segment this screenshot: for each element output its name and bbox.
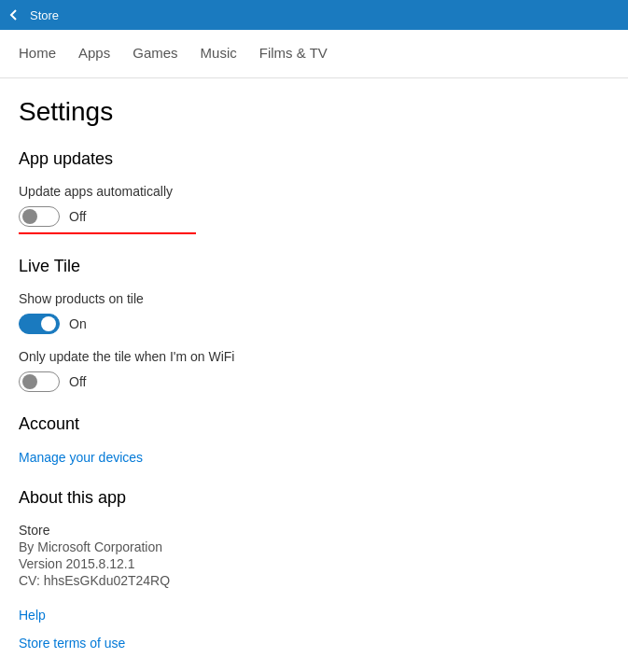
wifi-only-track	[19, 371, 60, 392]
manage-devices-link[interactable]: Manage your devices	[19, 450, 143, 465]
app-company: By Microsoft Corporation	[19, 539, 541, 554]
app-updates-title: App updates	[19, 149, 541, 169]
nav-home[interactable]: Home	[19, 41, 56, 66]
nav-apps[interactable]: Apps	[78, 41, 110, 66]
update-auto-track	[19, 206, 60, 227]
show-products-label: Show products on tile	[19, 291, 541, 306]
wifi-only-toggle[interactable]	[19, 371, 60, 392]
account-section: Account Manage your devices	[19, 414, 541, 466]
show-products-toggle-container: On	[19, 314, 541, 334]
about-app-section: About this app Store By Microsoft Corpor…	[19, 488, 541, 651]
nav-games[interactable]: Games	[133, 41, 177, 66]
app-updates-section: App updates Update apps automatically Of…	[19, 149, 541, 234]
update-auto-toggle-container: Off	[19, 206, 541, 227]
update-auto-status: Off	[69, 209, 86, 224]
app-cv: CV: hhsEsGKdu02T24RQ	[19, 573, 541, 588]
show-products-status: On	[69, 316, 87, 331]
update-auto-toggle[interactable]	[19, 206, 60, 227]
wifi-only-thumb	[22, 374, 37, 389]
show-products-track	[19, 314, 60, 334]
title-bar-title: Store	[30, 8, 59, 22]
about-app-details: Store By Microsoft Corporation Version 2…	[19, 523, 541, 588]
app-version: Version 2015.8.12.1	[19, 556, 541, 571]
live-tile-title: Live Tile	[19, 257, 541, 276]
nav-films-tv[interactable]: Films & TV	[259, 41, 328, 66]
live-tile-section: Live Tile Show products on tile On Only …	[19, 257, 541, 392]
help-link[interactable]: Help	[19, 608, 46, 623]
wifi-only-status: Off	[69, 374, 86, 389]
app-name: Store	[19, 523, 541, 538]
wifi-only-toggle-container: Off	[19, 371, 541, 392]
nav-music[interactable]: Music	[201, 41, 237, 66]
store-terms-link[interactable]: Store terms of use	[19, 636, 125, 651]
title-bar: Store	[0, 0, 628, 30]
annotation-underline	[19, 232, 196, 234]
show-products-toggle[interactable]	[19, 314, 60, 334]
account-title: Account	[19, 414, 541, 434]
page-title: Settings	[19, 97, 541, 127]
about-app-title: About this app	[19, 488, 541, 508]
update-auto-label: Update apps automatically	[19, 184, 541, 199]
main-content: Settings App updates Update apps automat…	[0, 78, 560, 672]
wifi-only-label: Only update the tile when I'm on WiFi	[19, 349, 541, 364]
update-auto-thumb	[22, 209, 37, 224]
show-products-thumb	[41, 316, 56, 331]
back-button[interactable]	[7, 8, 21, 21]
nav-bar: Home Apps Games Music Films & TV	[0, 30, 628, 78]
